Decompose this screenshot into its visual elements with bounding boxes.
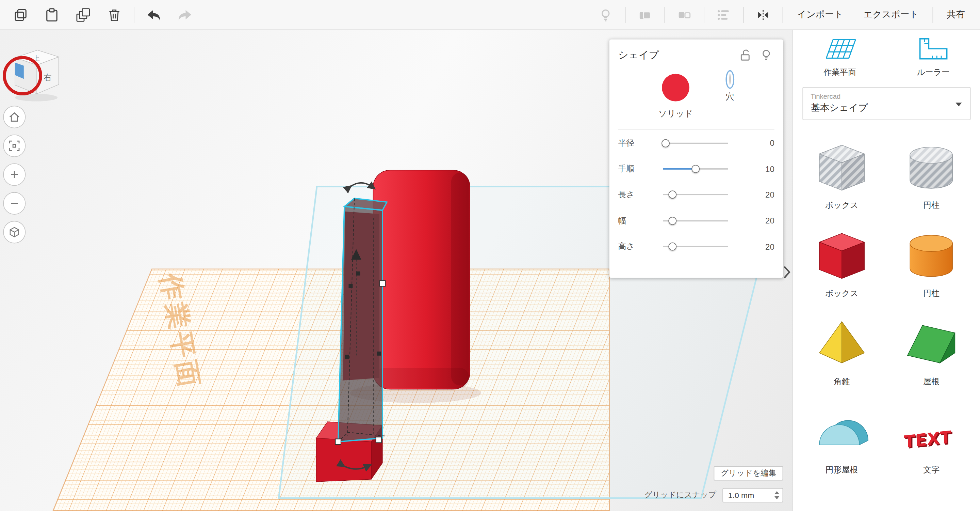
shape-panel-header: シェイプ [609,40,783,68]
shape-label: 円形屋根 [826,464,858,476]
gallery-item-solid-cylinder[interactable]: 円柱 [886,228,976,299]
toolbar-divider [625,6,626,23]
import-button[interactable]: インポート [788,2,852,27]
shape-panel-title: シェイプ [618,48,732,62]
export-button[interactable]: エクスポート [854,2,927,27]
slider-knob[interactable] [662,139,670,147]
share-button[interactable]: 共有 [938,2,974,27]
edit-grid-button[interactable]: グリッドを編集 [714,466,783,480]
workplane-tool-icon [822,37,858,63]
fit-view-button[interactable] [3,134,25,157]
mirror-button[interactable] [749,2,778,27]
zoom-in-button[interactable] [3,163,25,186]
slider-value: 20 [752,216,775,225]
lock-button[interactable] [737,48,753,63]
redo-icon [176,6,194,23]
minus-icon [8,196,21,210]
option-solid[interactable]: ソリッド [659,74,693,120]
round-roof-icon [811,405,872,460]
shape-category-dropdown[interactable]: Tinkercad 基本シェイプ [802,87,970,120]
home-view-button[interactable] [3,105,25,128]
slider-knob[interactable] [668,217,676,225]
toolbar-divider [743,6,744,23]
undo-button[interactable] [140,2,168,27]
copy-button[interactable] [6,2,35,27]
redo-button[interactable] [170,2,199,27]
chevron-right-icon [783,265,791,279]
slider-value: 0 [752,138,775,148]
ungroup-button[interactable] [670,2,699,27]
hole-cylinder-icon [901,140,961,195]
snap-grid-select[interactable]: 1.0 mm [722,488,783,503]
gallery-item-pyramid[interactable]: 角錐 [797,316,887,387]
radius-slider[interactable] [663,139,728,147]
plus-icon [8,168,21,181]
slider-row-width: 幅 20 [609,208,783,234]
gallery-item-round-roof[interactable]: 円形屋根 [797,405,887,476]
toolbar-left-group [6,2,199,27]
show-all-button[interactable] [592,2,620,27]
slider-label: 半径 [618,137,655,149]
delete-button[interactable] [100,2,129,27]
chevron-down-icon [956,102,962,106]
solid-cylinder-icon [901,228,961,283]
tool-workplane-label: 作業平面 [824,67,856,78]
slider-knob[interactable] [692,165,700,173]
option-hole[interactable]: 穴 [726,74,734,102]
ruler-tool-icon [916,37,951,63]
slider-label: 高さ [618,241,655,252]
toolbar-right-group: インポート エクスポート 共有 [592,2,974,27]
gallery-item-hole-cylinder[interactable]: 円柱 [886,140,976,211]
align-button[interactable] [710,2,738,27]
group-button[interactable] [631,2,659,27]
undo-icon [145,6,162,23]
solid-box-icon [811,228,872,283]
hole-box-icon [811,140,872,195]
pyramid-icon [811,316,872,372]
text-shape-icon: TEXT TEXT [901,405,961,460]
shape-label: 屋根 [923,376,940,387]
slider-knob[interactable] [668,243,676,251]
ungroup-icon [677,7,692,22]
fit-view-icon [7,138,22,153]
mirror-icon [756,7,771,22]
home-icon [6,109,22,125]
perspective-toggle-button[interactable] [3,221,25,243]
stepper-arrows-icon[interactable] [775,491,780,500]
shape-label: 円柱 [923,200,940,211]
width-slider[interactable] [663,216,728,225]
toolbar-divider [704,6,705,23]
slider-label: 幅 [618,215,655,227]
shape-label: 円柱 [923,288,940,299]
height-slider[interactable] [663,242,728,251]
view-controls [3,105,25,243]
gallery-item-hole-box[interactable]: ボックス [797,140,887,211]
light-bulb-icon [598,7,614,22]
panel-collapse-button[interactable] [782,262,792,283]
tool-ruler[interactable]: ルーラー [886,37,980,78]
category-name: 基本シェイプ [811,102,962,114]
tool-workplane[interactable]: 作業平面 [793,37,887,78]
gallery-item-solid-box[interactable]: ボックス [797,228,887,299]
gallery-item-roof[interactable]: 屋根 [886,316,976,387]
slider-row-height: 高さ 20 [609,234,783,260]
tool-ruler-label: ルーラー [917,67,950,78]
toolbar-divider [665,6,665,23]
slider-row-steps: 手順 10 [609,156,783,182]
slider-value: 20 [752,190,775,200]
shape-label: 角錐 [834,376,850,387]
steps-slider[interactable] [663,164,728,173]
visibility-button[interactable] [758,48,775,63]
option-solid-label: ソリッド [659,109,693,120]
paste-button[interactable] [37,2,66,27]
light-bulb-icon [759,48,773,62]
sidebar-tools: 作業平面 ルーラー [793,30,980,78]
slider-knob[interactable] [668,191,676,199]
hole-shape-selected[interactable] [338,198,387,441]
view-cube[interactable]: 上 右 [2,43,74,112]
gallery-item-text[interactable]: TEXT TEXT 文字 [886,405,976,476]
zoom-out-button[interactable] [3,192,25,215]
duplicate-button[interactable] [69,2,97,27]
shapes-sidebar: 作業平面 ルーラー Tinkercad 基本シェイプ [792,30,980,511]
length-slider[interactable] [663,190,728,199]
